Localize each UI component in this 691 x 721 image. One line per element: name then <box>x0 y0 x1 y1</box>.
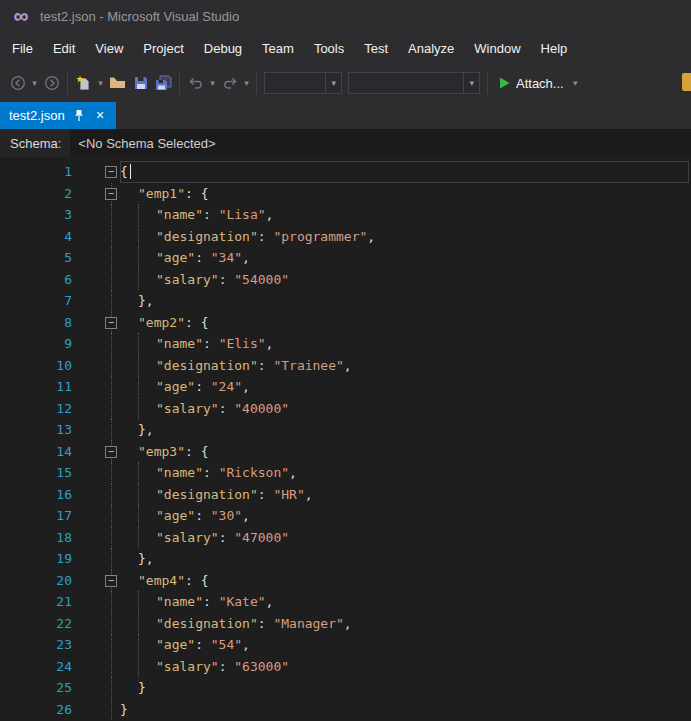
code-line[interactable]: "age": "54", <box>76 634 691 656</box>
attach-button[interactable]: Attach... ▾ <box>492 70 588 96</box>
line-number: 19 <box>0 548 76 570</box>
navigate-forward-button[interactable] <box>40 70 63 96</box>
fold-collapse-icon[interactable]: − <box>105 446 117 458</box>
code-line[interactable]: } <box>76 677 691 699</box>
line-number: 8 <box>0 312 76 334</box>
code-token: "54000" <box>234 272 289 287</box>
menu-item-window[interactable]: Window <box>464 35 530 62</box>
editor[interactable]: 1234567891011121314151617181920212223242… <box>0 157 691 721</box>
code-line[interactable]: "age": "34", <box>76 247 691 269</box>
code-line[interactable]: "salary": "54000" <box>76 269 691 291</box>
code-token: "Lisa" <box>219 207 266 222</box>
combobox-dropdown-icon: ▾ <box>463 73 479 93</box>
code-token: : <box>195 637 211 652</box>
toolbar-separator <box>67 72 68 94</box>
code-line[interactable]: }, <box>76 548 691 570</box>
menu-item-team[interactable]: Team <box>252 35 304 62</box>
save-icon <box>133 75 149 91</box>
redo-button[interactable] <box>218 70 241 96</box>
code-column[interactable]: −{−"emp1": {"name": "Lisa","designation"… <box>76 161 691 721</box>
code-token: { <box>201 186 209 201</box>
code-line[interactable]: −"emp1": { <box>76 183 691 205</box>
indent-guide <box>138 247 139 269</box>
attach-dropdown-icon[interactable]: ▾ <box>570 78 581 88</box>
save-button[interactable] <box>129 70 152 96</box>
fold-collapse-icon[interactable]: − <box>105 575 117 587</box>
code-line[interactable]: "designation": "Manager", <box>76 613 691 635</box>
code-text: "emp4": { <box>120 570 208 592</box>
redo-dropdown-icon[interactable]: ▾ <box>241 78 252 88</box>
code-token: , <box>242 379 250 394</box>
tab-test2json[interactable]: test2.json × <box>0 102 116 129</box>
menu-item-test[interactable]: Test <box>354 35 398 62</box>
toolbar-combobox-1[interactable]: ▾ <box>264 72 342 94</box>
code-token: : <box>258 616 274 631</box>
line-number: 11 <box>0 376 76 398</box>
new-file-dropdown-icon[interactable]: ▾ <box>95 78 106 88</box>
fold-margin <box>104 355 120 377</box>
fold-margin: − <box>104 441 120 463</box>
code-line[interactable]: "age": "24", <box>76 376 691 398</box>
undo-button[interactable] <box>184 70 207 96</box>
code-text: "designation": "Trainee", <box>120 355 352 377</box>
code-token: "Kate" <box>219 594 266 609</box>
line-number: 7 <box>0 290 76 312</box>
menu-item-file[interactable]: File <box>2 35 43 62</box>
text-cursor <box>130 164 131 179</box>
navigate-forward-icon <box>44 75 60 91</box>
code-line[interactable]: "name": "Kate", <box>76 591 691 613</box>
code-line[interactable]: −{ <box>76 161 691 183</box>
redo-icon <box>222 75 238 91</box>
code-line[interactable]: −"emp2": { <box>76 312 691 334</box>
code-line[interactable]: "name": "Rickson", <box>76 462 691 484</box>
line-number: 17 <box>0 505 76 527</box>
schema-select[interactable]: <No Schema Selected> <box>70 129 691 157</box>
code-token: "name" <box>156 465 203 480</box>
navigate-back-dropdown-icon[interactable]: ▾ <box>29 78 40 88</box>
line-number: 24 <box>0 656 76 678</box>
code-text: }, <box>120 419 154 441</box>
code-token: }, <box>138 551 154 566</box>
navigate-back-button[interactable] <box>6 70 29 96</box>
code-text: "age": "54", <box>120 634 250 656</box>
code-line[interactable]: "salary": "40000" <box>76 398 691 420</box>
undo-dropdown-icon[interactable]: ▾ <box>207 78 218 88</box>
menu-item-help[interactable]: Help <box>531 35 578 62</box>
code-line[interactable]: "designation": "Trainee", <box>76 355 691 377</box>
menu-item-project[interactable]: Project <box>133 35 193 62</box>
fold-margin <box>104 376 120 398</box>
tab-label: test2.json <box>9 108 65 123</box>
code-token: : <box>219 272 235 287</box>
code-line[interactable]: "salary": "47000" <box>76 527 691 549</box>
menu-item-view[interactable]: View <box>85 35 133 62</box>
code-line[interactable]: "designation": "HR", <box>76 484 691 506</box>
pin-icon[interactable] <box>73 108 86 123</box>
fold-collapse-icon[interactable]: − <box>105 188 117 200</box>
menu-item-analyze[interactable]: Analyze <box>398 35 464 62</box>
close-icon[interactable]: × <box>94 108 107 123</box>
menu-item-edit[interactable]: Edit <box>43 35 85 62</box>
toolbar-overflow-icon[interactable] <box>682 73 691 91</box>
save-all-button[interactable] <box>152 70 175 96</box>
new-file-button[interactable] <box>72 70 95 96</box>
menu-item-tools[interactable]: Tools <box>304 35 354 62</box>
code-line[interactable]: "name": "Lisa", <box>76 204 691 226</box>
code-line[interactable]: "salary": "63000" <box>76 656 691 678</box>
fold-margin: − <box>104 183 120 205</box>
code-line[interactable]: } <box>76 699 691 721</box>
code-line[interactable]: }, <box>76 419 691 441</box>
code-line[interactable]: "name": "Elis", <box>76 333 691 355</box>
code-line[interactable]: "age": "30", <box>76 505 691 527</box>
toolbar-separator <box>179 72 180 94</box>
code-line[interactable]: }, <box>76 290 691 312</box>
toolbar-combobox-2[interactable]: ▾ <box>348 72 480 94</box>
menu-item-debug[interactable]: Debug <box>194 35 252 62</box>
open-file-button[interactable] <box>106 70 129 96</box>
code-token: "emp3" <box>138 444 185 459</box>
fold-collapse-icon[interactable]: − <box>105 166 117 178</box>
code-token: : <box>185 573 201 588</box>
code-line[interactable]: −"emp4": { <box>76 570 691 592</box>
code-line[interactable]: "designation": "programmer", <box>76 226 691 248</box>
code-line[interactable]: −"emp3": { <box>76 441 691 463</box>
fold-collapse-icon[interactable]: − <box>105 317 117 329</box>
